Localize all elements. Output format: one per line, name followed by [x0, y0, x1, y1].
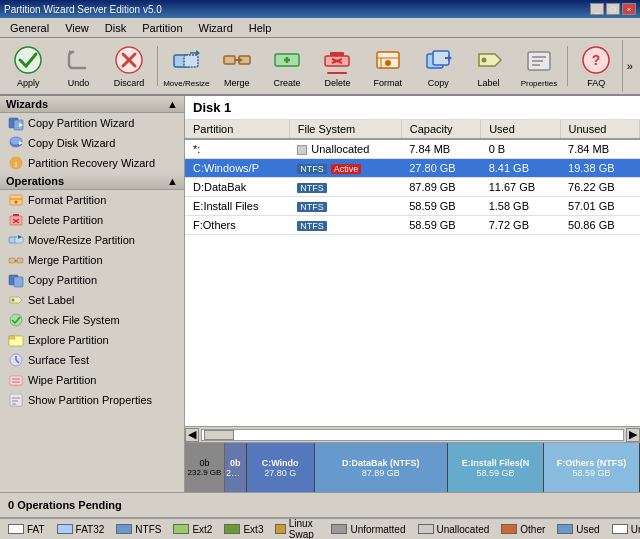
sidebar-item-wipe[interactable]: Wipe Partition — [0, 370, 184, 390]
undo-button[interactable]: Undo — [54, 40, 102, 92]
format-button[interactable]: Format — [364, 40, 412, 92]
cell-unused: 7.84 MB — [560, 139, 639, 159]
copy-button[interactable]: Copy — [414, 40, 462, 92]
menu-partition[interactable]: Partition — [134, 20, 190, 36]
content-panel: Disk 1 Partition File System Capacity Us… — [185, 96, 640, 492]
scrollbar-track[interactable] — [201, 429, 624, 441]
svg-rect-49 — [13, 214, 19, 216]
scrollbar-thumb[interactable] — [204, 430, 234, 440]
disk-segment[interactable]: E:Install Files(N58.59 GB — [448, 443, 544, 492]
sidebar-item-partition-recovery[interactable]: ! Partition Recovery Wizard — [0, 153, 184, 173]
legend-color-box — [557, 524, 573, 534]
svg-marker-8 — [196, 50, 200, 56]
sidebar-item-show-properties[interactable]: Show Partition Properties — [0, 390, 184, 410]
sidebar-item-copy-disk[interactable]: Copy Disk Wizard — [0, 133, 184, 153]
label-label: Label — [478, 78, 500, 88]
legend-item: Ext2 — [173, 524, 212, 535]
properties-icon — [523, 45, 555, 77]
more-button[interactable]: » — [622, 40, 636, 92]
sidebar-item-explore[interactable]: Explore Partition — [0, 330, 184, 350]
undo-icon — [63, 44, 95, 76]
merge-button[interactable]: Merge — [212, 40, 260, 92]
menu-view[interactable]: View — [57, 20, 97, 36]
move-resize-button[interactable]: Move/Resize — [162, 40, 210, 92]
minimize-button[interactable]: _ — [590, 3, 604, 15]
maximize-button[interactable]: □ — [606, 3, 620, 15]
cell-used: 8.41 GB — [481, 159, 560, 178]
apply-button[interactable]: Apply — [4, 40, 52, 92]
svg-point-47 — [15, 201, 18, 204]
cell-partition-name: *: — [185, 139, 289, 159]
status-bar: FATFAT32NTFSExt2Ext3Linux SwapUnformatte… — [0, 517, 640, 539]
wizards-collapse-icon: ▲ — [167, 98, 178, 110]
copy-partition-wizard-icon — [8, 115, 24, 131]
operations-header[interactable]: Operations ▲ — [0, 173, 184, 190]
scroll-left-button[interactable]: ◀ — [185, 428, 199, 442]
cell-filesystem: Unallocated — [289, 139, 401, 159]
svg-point-24 — [385, 60, 391, 66]
menu-disk[interactable]: Disk — [97, 20, 134, 36]
app-title: Partition Wizard Server Edition v5.0 — [4, 4, 162, 15]
svg-rect-68 — [10, 376, 22, 385]
table-row[interactable]: D:DataBakNTFS87.89 GB11.67 GB76.22 GB — [185, 178, 640, 197]
legend-color-box — [275, 524, 285, 534]
sep1 — [157, 46, 158, 86]
sidebar-item-copy-partition-op[interactable]: Copy Partition — [0, 270, 184, 290]
sidebar-item-format-partition[interactable]: Format Partition — [0, 190, 184, 210]
legend-color-box — [8, 524, 24, 534]
label-button[interactable]: Label — [464, 40, 512, 92]
discard-button[interactable]: Discard — [105, 40, 153, 92]
merge-partition-icon — [8, 252, 24, 268]
faq-icon: ? — [580, 44, 612, 76]
legend-color-box — [418, 524, 434, 534]
sidebar-item-merge-partition[interactable]: Merge Partition — [0, 250, 184, 270]
legend-item: Ext3 — [224, 524, 263, 535]
delete-label: Delete — [324, 78, 350, 88]
cell-unused: 57.01 GB — [560, 197, 639, 216]
sidebar-item-delete-partition[interactable]: Delete Partition — [0, 210, 184, 230]
merge-label: Merge — [224, 78, 250, 88]
svg-rect-56 — [17, 258, 23, 263]
sidebar: Wizards ▲ Copy Partition Wizard Copy Dis… — [0, 96, 185, 492]
col-capacity: Capacity — [401, 120, 480, 139]
col-partition: Partition — [185, 120, 289, 139]
table-row[interactable]: *:Unallocated7.84 MB0 B7.84 MB — [185, 139, 640, 159]
legend-label: Ext3 — [243, 524, 263, 535]
faq-button[interactable]: ? FAQ — [572, 40, 620, 92]
table-row[interactable]: F:OthersNTFS58.59 GB7.72 GB50.86 GB — [185, 216, 640, 235]
menu-help[interactable]: Help — [241, 20, 280, 36]
legend-item: Unused — [612, 524, 640, 535]
svg-rect-9 — [224, 56, 235, 64]
disk-visual-bar: 0b 232.9 GB 0b232.9 GBC:Windo27.80 GD:Da… — [185, 442, 640, 492]
sidebar-item-surface-test[interactable]: Surface Test — [0, 350, 184, 370]
disk-segment[interactable]: D:DataBak (NTFS)87.89 GB — [315, 443, 448, 492]
set-label-icon — [8, 292, 24, 308]
properties-button[interactable]: Properties — [515, 40, 563, 92]
menu-wizard[interactable]: Wizard — [191, 20, 241, 36]
sidebar-item-move-resize-partition[interactable]: Move/Resize Partition — [0, 230, 184, 250]
table-row[interactable]: C:Windows/PNTFSActive27.80 GB8.41 GB19.3… — [185, 159, 640, 178]
disk-segment[interactable]: F:Others (NTFS)58.59 GB — [544, 443, 640, 492]
table-row[interactable]: E:Install FilesNTFS58.59 GB1.58 GB57.01 … — [185, 197, 640, 216]
merge-icon — [221, 44, 253, 76]
create-label: Create — [274, 78, 301, 88]
sidebar-item-check-fs[interactable]: Check File System — [0, 310, 184, 330]
create-button[interactable]: Create — [263, 40, 311, 92]
cell-capacity: 58.59 GB — [401, 197, 480, 216]
scroll-right-button[interactable]: ▶ — [626, 428, 640, 442]
wizards-header[interactable]: Wizards ▲ — [0, 96, 184, 113]
disk-segment[interactable]: C:Windo27.80 G — [247, 443, 315, 492]
copy-label: Copy — [428, 78, 449, 88]
legend-label: Unused — [631, 524, 640, 535]
svg-text:!: ! — [15, 160, 18, 169]
partition-table: Partition File System Capacity Used Unus… — [185, 120, 640, 426]
create-icon — [271, 44, 303, 76]
disk-segment[interactable]: 0b232.9 GB — [225, 443, 247, 492]
close-button[interactable]: × — [622, 3, 636, 15]
sidebar-item-set-label[interactable]: Set Label — [0, 290, 184, 310]
horizontal-scrollbar[interactable]: ◀ ▶ — [185, 426, 640, 442]
menu-general[interactable]: General — [2, 20, 57, 36]
format-partition-icon — [8, 192, 24, 208]
sidebar-item-copy-partition[interactable]: Copy Partition Wizard — [0, 113, 184, 133]
delete-button[interactable]: Delete — [313, 40, 361, 92]
